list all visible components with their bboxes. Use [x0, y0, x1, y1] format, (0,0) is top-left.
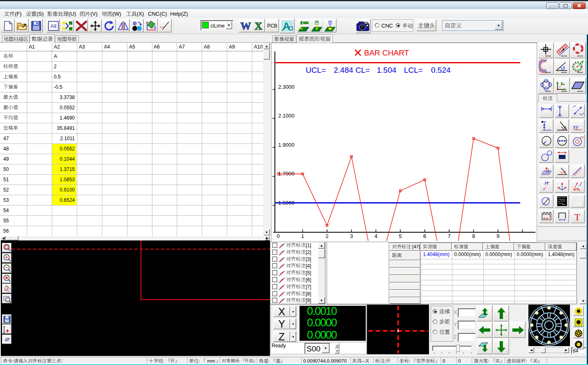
svg-text:0: 0: [277, 233, 279, 239]
svg-text:3: 3: [350, 233, 353, 239]
svg-text:7: 7: [448, 233, 451, 239]
svg-text:LCL=: LCL=: [404, 66, 423, 74]
svg-text:9: 9: [496, 233, 499, 239]
svg-text:4: 4: [374, 233, 377, 239]
svg-text:UCL=: UCL=: [306, 66, 326, 74]
svg-text:2: 2: [325, 233, 328, 239]
svg-text:8: 8: [472, 233, 475, 239]
svg-text:T: T: [574, 212, 580, 222]
svg-text:0.524: 0.524: [431, 66, 451, 74]
svg-text:CL=: CL=: [355, 66, 370, 74]
svg-text:1.9000: 1.9000: [278, 142, 295, 148]
svg-text:m: m: [580, 135, 583, 139]
svg-text:X: X: [254, 20, 262, 31]
svg-text:1: 1: [301, 233, 304, 239]
svg-text:xy: xy: [572, 123, 579, 130]
svg-text:D: D: [563, 170, 566, 174]
svg-text:2.3000: 2.3000: [278, 84, 295, 90]
svg-text:θ: θ: [564, 126, 566, 130]
svg-text:6: 6: [423, 233, 426, 239]
svg-text:5: 5: [399, 233, 402, 239]
svg-text:1.504: 1.504: [377, 66, 397, 74]
svg-text:W: W: [240, 20, 251, 31]
svg-text:All: All: [50, 23, 56, 29]
svg-text:H: H: [544, 180, 548, 186]
svg-text:θ: θ: [563, 65, 565, 70]
svg-text:2.1000: 2.1000: [278, 113, 295, 119]
svg-text:BAR CHART: BAR CHART: [364, 49, 409, 57]
svg-text:2.484: 2.484: [334, 66, 353, 74]
svg-text:A: A: [283, 21, 290, 32]
